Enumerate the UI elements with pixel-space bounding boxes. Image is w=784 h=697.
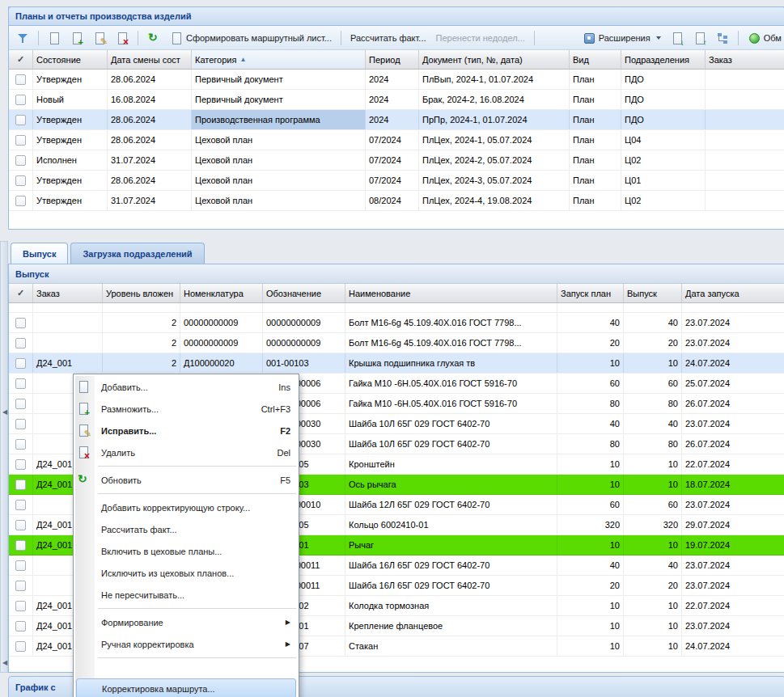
calc-fact-button[interactable]: Рассчитать факт... (346, 31, 430, 45)
row-checkbox[interactable] (15, 601, 26, 611)
column-header-plan[interactable]: Запуск план (557, 284, 624, 302)
cell-check (9, 555, 33, 575)
cell-check (9, 434, 33, 454)
exchange-button[interactable]: Обм (744, 29, 784, 47)
menu-item-manual-correction[interactable]: Ручная корректировка ▶ (74, 633, 299, 655)
tab-release[interactable]: Выпуск (11, 243, 68, 264)
duplicate-document-icon (70, 32, 83, 44)
column-header-check[interactable]: ✓ (9, 284, 33, 302)
table-row[interactable]: Новый 16.08.2024 Первичный документ 2024… (9, 90, 784, 110)
table-row[interactable]: Утвержден 28.06.2024 Первичный документ … (9, 70, 784, 90)
cell-check (9, 394, 33, 413)
table-row[interactable]: Утвержден 31.07.2024 Цеховой план 08/202… (9, 191, 784, 211)
refresh-icon (147, 32, 160, 44)
column-header-check[interactable]: ✓ (9, 50, 33, 69)
row-checkbox[interactable] (15, 641, 26, 652)
cell-launch-date: 22.07.2024 (682, 454, 784, 474)
make-route-list-button[interactable]: Сформировать маршрутный лист... (166, 29, 336, 47)
row-checkbox[interactable] (15, 74, 26, 85)
menu-item-route-correction[interactable]: Корректировка маршрута... (76, 678, 296, 697)
menu-item-no-recalculate[interactable]: Не пересчитывать... (74, 584, 299, 606)
column-header-category[interactable]: Категория ▲ (192, 50, 366, 69)
column-header-nomenclature[interactable]: Номенклатура (180, 284, 263, 302)
row-checkbox[interactable] (15, 581, 26, 591)
row-checkbox[interactable] (15, 155, 26, 166)
menu-item-calc-fact[interactable]: Рассчитать факт... (74, 518, 299, 540)
menu-item-add[interactable]: Добавить... Ins (74, 376, 299, 398)
panel-collapse-strip[interactable]: ◀ ◀ (0, 241, 8, 673)
table-row[interactable]: Утвержден 28.06.2024 Производственная пр… (9, 110, 784, 130)
scroll-left-icon[interactable]: ◀ (1, 659, 9, 666)
export-document-button[interactable] (667, 29, 688, 47)
row-checkbox[interactable] (15, 318, 26, 328)
row-checkbox[interactable] (15, 399, 26, 409)
tab-division-load[interactable]: Загрузка подразделений (70, 243, 204, 264)
menu-item-formation[interactable]: Формирование ▶ (74, 611, 299, 633)
column-header-document[interactable]: Документ (тип, №, дата) (419, 50, 570, 69)
cell-division: Ц02 (621, 150, 706, 170)
column-header-state[interactable]: Состояние (33, 50, 108, 69)
table-row[interactable]: 2 00000000009 00000000009 Болт М16-6g 45… (9, 333, 784, 353)
column-header-release[interactable]: Выпуск (624, 284, 682, 302)
row-checkbox[interactable] (15, 439, 26, 450)
dropdown-caret-icon (656, 36, 661, 42)
column-header-launch-date[interactable]: Дата запуска (682, 284, 784, 302)
column-header-level[interactable]: Уровень вложен (103, 284, 180, 302)
row-checkbox[interactable] (15, 115, 26, 125)
table-row[interactable] (9, 303, 784, 313)
extensions-button[interactable]: Расширения (578, 29, 665, 47)
row-checkbox[interactable] (15, 378, 26, 389)
refresh-button[interactable] (143, 29, 164, 47)
table-row[interactable]: Исполнен 31.07.2024 Цеховой план 07/2024… (9, 150, 784, 171)
hierarchy-button[interactable] (712, 29, 733, 47)
row-checkbox[interactable] (15, 135, 26, 146)
menu-item-exclude-shop-plans[interactable]: Исключить из цеховых планов... (74, 562, 299, 584)
row-checkbox[interactable] (15, 500, 26, 510)
cell-name (345, 303, 557, 312)
column-header-kind[interactable]: Вид (570, 50, 621, 69)
cell-launch-date: 23.07.2024 (682, 414, 784, 433)
add-button[interactable] (44, 29, 65, 47)
column-header-designation[interactable]: Обозначение (263, 284, 345, 302)
row-checkbox[interactable] (15, 419, 26, 429)
cell-designation: 00000000009 (263, 313, 345, 332)
row-checkbox[interactable] (15, 560, 26, 571)
row-checkbox[interactable] (15, 621, 26, 632)
cell-check (9, 576, 33, 595)
cell-check (9, 475, 33, 494)
delete-button[interactable] (112, 29, 133, 47)
column-header-date[interactable]: Дата смены сост (108, 50, 192, 69)
column-header-division[interactable]: Подразделения (621, 50, 706, 69)
column-header-period[interactable]: Период (366, 50, 419, 69)
column-header-order[interactable]: Заказ (33, 284, 103, 302)
row-checkbox[interactable] (15, 358, 26, 369)
row-checkbox[interactable] (15, 479, 26, 490)
table-row[interactable]: Утвержден 28.06.2024 Цеховой план 07/202… (9, 171, 784, 191)
menu-item-refresh[interactable]: Обновить F5 (74, 469, 299, 491)
row-checkbox[interactable] (15, 540, 26, 551)
row-checkbox[interactable] (15, 95, 26, 105)
row-checkbox[interactable] (15, 196, 26, 206)
menu-item-duplicate[interactable]: Размножить... Ctrl+F3 (74, 398, 299, 420)
duplicate-button[interactable] (66, 29, 87, 47)
row-checkbox[interactable] (15, 520, 26, 530)
filter-button[interactable] (12, 29, 33, 47)
column-header-order[interactable]: Заказ (706, 50, 784, 69)
table-row[interactable]: Д24_001 2 Д100000020 001-00103 Крышка по… (9, 353, 784, 374)
row-checkbox[interactable] (15, 338, 26, 348)
cell-category: Цеховой план (192, 150, 366, 170)
menu-item-include-shop-plans[interactable]: Включить в цеховые планы... (74, 540, 299, 562)
row-checkbox[interactable] (15, 175, 26, 186)
collapse-left-icon[interactable]: ◀ (1, 408, 9, 416)
cell-order (33, 313, 103, 332)
edit-button[interactable] (89, 29, 110, 47)
menu-item-add-correction-row[interactable]: Добавить корректирующую строку... (74, 496, 299, 518)
menu-item-edit[interactable]: Исправить... F2 (74, 420, 299, 441)
import-document-button[interactable] (689, 29, 710, 47)
row-checkbox[interactable] (15, 459, 26, 470)
cell-category: Производственная программа (192, 110, 366, 129)
column-header-name[interactable]: Наименование (345, 284, 557, 302)
table-row[interactable]: 2 00000000009 00000000009 Болт М16-6g 45… (9, 313, 784, 333)
menu-item-delete[interactable]: Удалить Del (74, 441, 299, 463)
table-row[interactable]: Утвержден 28.06.2024 Цеховой план 07/202… (9, 130, 784, 150)
